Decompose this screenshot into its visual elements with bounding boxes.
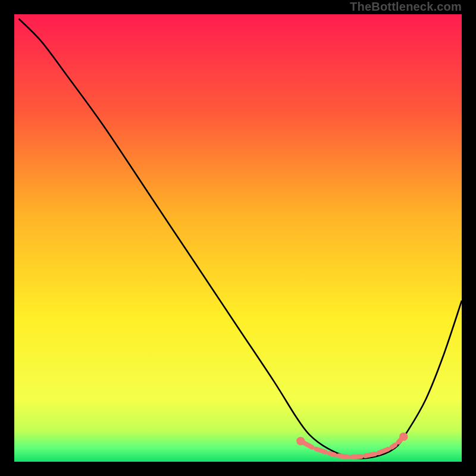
marker-segment <box>339 456 347 457</box>
marker-segment <box>352 456 361 457</box>
marker-segment <box>365 454 374 456</box>
marker-segment <box>330 453 334 455</box>
marker-segment <box>316 449 325 452</box>
bottleneck-chart <box>14 14 462 462</box>
chart-background <box>14 14 462 462</box>
marker-endpoint <box>296 437 305 445</box>
marker-endpoint <box>399 433 408 441</box>
watermark-text: TheBottleneck.com <box>350 0 462 14</box>
marker-segment <box>392 445 395 447</box>
chart-frame <box>14 14 462 462</box>
